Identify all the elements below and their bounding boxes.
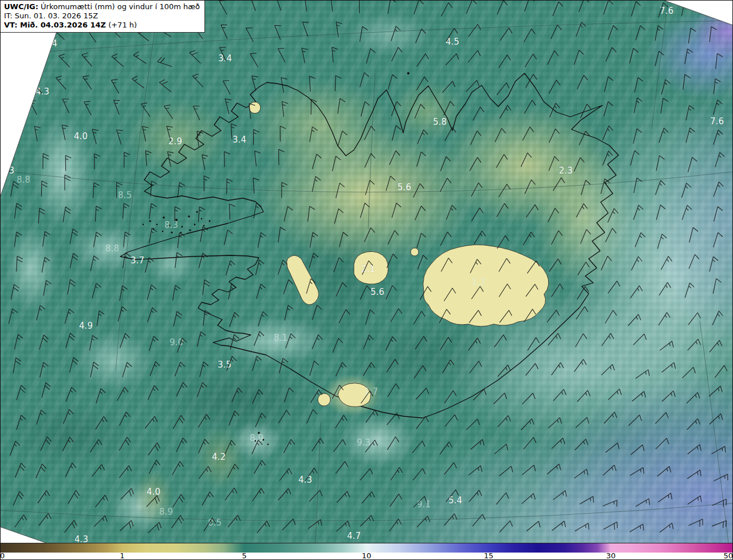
wind-barb <box>225 488 237 500</box>
wind-barb <box>159 80 171 92</box>
wind-barb <box>662 362 676 372</box>
wind-barb <box>683 367 696 378</box>
wind-barb <box>656 156 664 171</box>
wind-barb <box>219 1 227 14</box>
wind-barb <box>662 391 675 401</box>
wind-barb <box>149 460 160 474</box>
wind-barb <box>661 98 668 113</box>
wind-barb <box>413 496 427 507</box>
wind-barb <box>523 232 535 245</box>
wind-barb <box>175 362 184 376</box>
wind-barb <box>688 339 701 350</box>
wind-barb <box>495 128 506 142</box>
wind-barb <box>390 494 402 507</box>
wind-barb <box>681 183 691 198</box>
wind-barb <box>714 474 728 481</box>
wind-barb <box>581 104 591 119</box>
wind-barb <box>365 180 375 195</box>
wind-barb <box>227 464 238 478</box>
wind-barb <box>68 491 80 504</box>
wind-barb <box>279 358 288 373</box>
wind-barb <box>70 229 78 244</box>
wind-barb <box>388 384 399 397</box>
wind-barb <box>151 181 157 196</box>
wind-barb <box>306 279 316 294</box>
wind-barb <box>123 362 132 377</box>
wind-barb <box>688 313 701 325</box>
wind-barb <box>336 22 342 37</box>
wind-barb <box>334 209 344 224</box>
wind-barb <box>254 332 264 346</box>
wind-barb <box>575 439 588 450</box>
wind-barb <box>167 126 173 141</box>
wind-barb <box>147 496 160 507</box>
wind-barb <box>231 124 237 139</box>
wind-barb <box>688 444 702 454</box>
wind-barb <box>96 389 105 404</box>
wind-barb <box>66 333 75 348</box>
wind-barb <box>387 254 397 268</box>
wind-barb <box>630 524 644 532</box>
wind-barb <box>117 183 123 198</box>
wind-barb <box>120 520 133 531</box>
wind-barb <box>446 28 458 41</box>
init-time-line: IT: Sun. 01. 03. 2026 15Z <box>4 11 200 21</box>
wind-barb <box>522 465 536 475</box>
wind-barb <box>444 463 457 475</box>
wind-barb <box>82 53 92 66</box>
wind-barb <box>553 2 563 16</box>
wind-barb <box>685 49 693 64</box>
wind-barb <box>365 310 375 325</box>
wind-barb <box>202 492 214 506</box>
wind-barb <box>689 254 699 269</box>
wind-barb <box>198 207 205 222</box>
wind-barb <box>440 337 452 350</box>
wind-barb <box>656 205 665 220</box>
wind-barb <box>42 382 50 397</box>
wind-barb <box>552 521 566 531</box>
wind-barb <box>253 178 259 194</box>
wind-barb <box>17 385 26 400</box>
wind-barb <box>440 157 450 171</box>
wind-barb <box>223 81 230 94</box>
wind-barb <box>634 98 642 113</box>
wind-barb <box>200 227 208 242</box>
wind-barb <box>173 494 184 507</box>
wind-barb <box>337 491 350 503</box>
wind-barb <box>121 488 134 499</box>
wind-barb <box>90 362 98 377</box>
wind-barb <box>145 151 151 166</box>
wind-barb <box>94 516 107 527</box>
wind-barb <box>602 333 614 346</box>
wind-barb <box>686 128 695 143</box>
wind-barb <box>228 515 241 527</box>
wind-barb <box>417 130 428 144</box>
wind-barb <box>574 157 584 172</box>
wind-barb <box>548 208 559 222</box>
wind-barb <box>630 286 643 298</box>
wind-barb <box>63 207 70 222</box>
wind-barb <box>392 203 401 218</box>
wind-barb <box>147 307 157 322</box>
wind-barb <box>113 100 120 115</box>
wind-barb <box>551 438 565 449</box>
wind-barb <box>655 51 664 66</box>
wind-barb <box>417 54 429 66</box>
wind-barb <box>415 206 425 220</box>
wind-barb <box>65 463 76 476</box>
wind-barb <box>500 520 513 532</box>
wind-barb <box>446 205 456 219</box>
colorbar-tick: 10 <box>362 552 372 560</box>
wind-barb <box>636 370 649 378</box>
wind-barb <box>97 311 104 326</box>
wind-barb <box>92 464 105 476</box>
wind-barb <box>714 232 723 247</box>
wind-barb <box>635 77 643 92</box>
wind-barb <box>336 362 346 377</box>
wind-barb <box>581 180 590 195</box>
wind-barb <box>710 414 723 425</box>
wind-barb <box>224 230 232 245</box>
wind-barb <box>579 131 590 145</box>
valid-time: VT: Mið. 04.03.2026 14Z <box>4 21 106 29</box>
wind-barb <box>279 149 285 165</box>
